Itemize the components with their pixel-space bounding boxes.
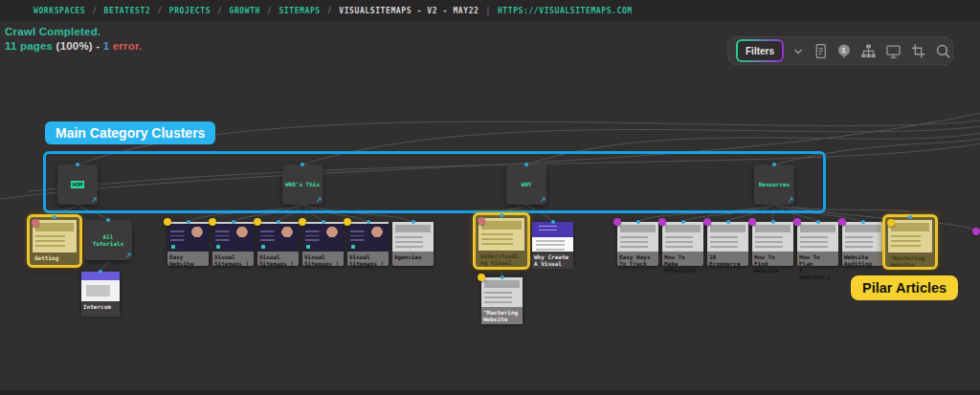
connector-dot <box>500 213 503 217</box>
open-link-icon[interactable] <box>540 197 546 205</box>
page-thumbnail <box>257 222 299 252</box>
node-label: HOM <box>71 181 85 188</box>
connector-dot <box>524 163 528 166</box>
open-link-icon[interactable] <box>91 197 97 205</box>
yellow-status-dot <box>164 218 171 226</box>
connector-lines <box>0 0 980 395</box>
connector-dot <box>501 275 504 279</box>
page-card[interactable]: 10Ecommerce <box>707 222 748 266</box>
card-label: VisualSitemaps | <box>257 252 299 269</box>
card-label: Why CreateA Visual <box>532 252 573 269</box>
card-label: Getting <box>33 252 77 268</box>
connector-dot <box>277 220 280 224</box>
sitemap-node[interactable]: AllTutorials <box>84 220 132 260</box>
card-label: Easy WaysTo Track <box>617 252 658 269</box>
page-thumbnail <box>532 222 573 252</box>
page-card[interactable]: Intercom <box>81 272 120 315</box>
purple-status-dot <box>658 218 666 226</box>
connector-dot <box>726 220 730 224</box>
connector-dot <box>681 220 685 224</box>
card-label: WebsiteAuditing <box>842 252 883 269</box>
page-card[interactable]: "MasteringWebsite <box>882 214 938 270</box>
page-thumbnail <box>617 222 658 252</box>
page-thumbnail <box>392 222 434 252</box>
sitemap-node[interactable]: WHY <box>506 165 546 205</box>
page-thumbnail <box>347 222 389 252</box>
open-link-icon[interactable] <box>125 252 131 260</box>
page-card[interactable]: "MasteringWebsite <box>481 277 523 323</box>
purple-status-dot <box>613 218 621 226</box>
card-label: VisualSitemaps | <box>302 252 344 269</box>
sitemap-node[interactable]: Resources <box>754 165 794 205</box>
connector-dot <box>771 220 775 224</box>
connector-dot <box>861 220 865 224</box>
connector-dot <box>301 163 304 166</box>
page-thumbnail <box>707 222 748 252</box>
yellow-status-dot <box>299 218 306 226</box>
card-label: How To PlanA Website's <box>797 252 838 282</box>
connector-dot <box>106 218 110 222</box>
card-label: How To MakeEffective <box>662 252 703 275</box>
pilar-articles-annotation[interactable]: Pilar Articles <box>851 275 958 300</box>
card-label: How To FindWebsite <box>752 252 793 275</box>
page-card[interactable]: EasyWebsite <box>167 222 209 266</box>
yellow-status-dot <box>344 218 351 226</box>
page-thumbnail <box>33 220 77 252</box>
connector-dot <box>772 163 776 166</box>
page-card[interactable]: Getting <box>27 214 82 268</box>
page-card[interactable]: Agencies <box>392 222 434 266</box>
pink-status-dot <box>478 217 485 225</box>
card-label: VisualSitemaps | <box>212 252 254 269</box>
connector-dot <box>551 220 555 224</box>
card-label: "MasteringWebsite <box>481 307 523 324</box>
page-thumbnail <box>81 272 120 301</box>
page-card[interactable]: WebsiteAuditing <box>842 222 883 266</box>
connector-dot <box>908 215 912 219</box>
connector-dot <box>816 220 820 224</box>
page-card[interactable]: How To MakeEffective <box>662 222 703 266</box>
card-label: Intercom <box>81 301 120 317</box>
card-label: EasyWebsite <box>167 252 209 269</box>
purple-status-dot <box>748 218 756 226</box>
page-thumbnail <box>212 222 254 252</box>
page-card[interactable]: How To PlanA Website's <box>797 222 838 266</box>
page-thumbnail <box>842 222 883 252</box>
page-card[interactable]: VisualSitemaps | <box>347 222 389 266</box>
page-card[interactable]: VisualSitemaps | <box>212 222 254 266</box>
sitemap-node[interactable]: WHO's This <box>282 165 323 205</box>
open-link-icon[interactable] <box>316 197 322 205</box>
node-label: WHO's This <box>285 181 320 188</box>
yellow-status-dot <box>478 274 485 281</box>
card-label: "MasteringWebsite <box>888 252 932 270</box>
node-label: AllTutorials <box>93 233 124 248</box>
page-thumbnail <box>167 222 209 252</box>
purple-status-dot <box>703 218 711 226</box>
yellow-status-dot <box>209 218 216 226</box>
page-card[interactable]: How To FindWebsite <box>752 222 793 266</box>
page-card[interactable]: Understanding Visual <box>473 212 530 270</box>
page-card[interactable]: Easy WaysTo Track <box>617 222 658 266</box>
purple-status-dot <box>838 218 846 226</box>
purple-status-dot <box>972 228 980 235</box>
connector-dot <box>367 220 370 224</box>
sitemap-node[interactable]: HOM <box>57 165 98 205</box>
connector-dot <box>76 163 79 166</box>
connector-dot <box>412 220 415 224</box>
yellow-status-dot <box>887 219 895 227</box>
page-thumbnail <box>797 222 838 252</box>
page-card[interactable]: Why CreateA Visual <box>532 222 573 266</box>
connector-dot <box>187 220 190 224</box>
page-card[interactable]: VisualSitemaps | <box>302 222 344 266</box>
connector-dot <box>232 220 235 224</box>
page-thumbnail <box>479 218 524 251</box>
page-card[interactable]: VisualSitemaps | <box>257 222 299 266</box>
open-link-icon[interactable] <box>788 197 793 205</box>
node-label: WHY <box>522 181 532 188</box>
card-label: VisualSitemaps | <box>347 252 389 269</box>
card-label: 10Ecommerce <box>707 252 748 269</box>
connector-dot <box>53 215 56 219</box>
connector-dot <box>322 220 325 224</box>
page-thumbnail <box>481 277 523 307</box>
pink-status-dot <box>32 219 39 227</box>
main-category-clusters-annotation[interactable]: Main Category Clusters <box>45 121 215 144</box>
